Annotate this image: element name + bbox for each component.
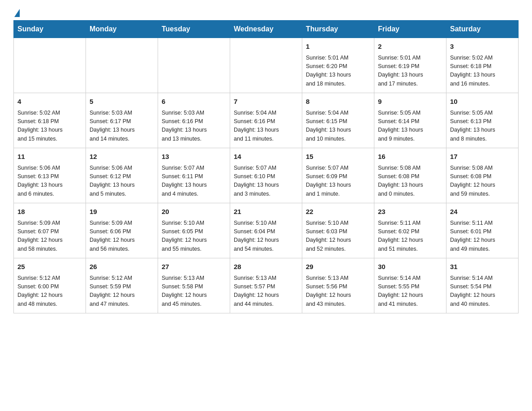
day-number: 4 [17, 97, 82, 107]
day-info: Sunrise: 5:04 AMSunset: 6:16 PMDaylight:… [234, 109, 298, 144]
col-header-monday: Monday [86, 21, 158, 38]
calendar-cell: 20Sunrise: 5:10 AMSunset: 6:05 PMDayligh… [158, 203, 230, 258]
day-info: Sunrise: 5:05 AMSunset: 6:13 PMDaylight:… [450, 109, 515, 144]
col-header-saturday: Saturday [446, 21, 519, 38]
calendar-cell: 28Sunrise: 5:13 AMSunset: 5:57 PMDayligh… [230, 258, 302, 313]
day-number: 11 [17, 152, 82, 162]
day-number: 6 [162, 97, 226, 107]
calendar-cell: 19Sunrise: 5:09 AMSunset: 6:06 PMDayligh… [86, 203, 158, 258]
calendar-week-row: 18Sunrise: 5:09 AMSunset: 6:07 PMDayligh… [14, 203, 519, 258]
calendar-week-row: 4Sunrise: 5:02 AMSunset: 6:18 PMDaylight… [14, 93, 519, 148]
day-info: Sunrise: 5:09 AMSunset: 6:06 PMDaylight:… [90, 219, 154, 254]
calendar-cell: 10Sunrise: 5:05 AMSunset: 6:13 PMDayligh… [446, 93, 519, 148]
day-info: Sunrise: 5:07 AMSunset: 6:09 PMDaylight:… [306, 164, 370, 199]
calendar-cell [86, 38, 158, 93]
calendar-cell: 3Sunrise: 5:02 AMSunset: 6:18 PMDaylight… [446, 38, 519, 93]
day-number: 19 [90, 207, 154, 217]
col-header-sunday: Sunday [14, 21, 86, 38]
day-number: 2 [378, 42, 442, 52]
calendar-cell: 24Sunrise: 5:11 AMSunset: 6:01 PMDayligh… [446, 203, 519, 258]
day-number: 31 [450, 262, 515, 272]
day-number: 26 [90, 262, 154, 272]
day-info: Sunrise: 5:10 AMSunset: 6:03 PMDaylight:… [306, 219, 370, 254]
calendar-cell: 7Sunrise: 5:04 AMSunset: 6:16 PMDaylight… [230, 93, 302, 148]
calendar-table: SundayMondayTuesdayWednesdayThursdayFrid… [13, 20, 519, 313]
day-info: Sunrise: 5:14 AMSunset: 5:55 PMDaylight:… [378, 274, 442, 309]
calendar-cell: 12Sunrise: 5:06 AMSunset: 6:12 PMDayligh… [86, 148, 158, 203]
day-info: Sunrise: 5:14 AMSunset: 5:54 PMDaylight:… [450, 274, 515, 309]
col-header-wednesday: Wednesday [230, 21, 302, 38]
day-info: Sunrise: 5:11 AMSunset: 6:02 PMDaylight:… [378, 219, 442, 254]
day-info: Sunrise: 5:08 AMSunset: 6:08 PMDaylight:… [378, 164, 442, 199]
day-number: 29 [306, 262, 370, 272]
day-info: Sunrise: 5:07 AMSunset: 6:10 PMDaylight:… [234, 164, 298, 199]
calendar-cell: 16Sunrise: 5:08 AMSunset: 6:08 PMDayligh… [374, 148, 446, 203]
calendar-cell: 29Sunrise: 5:13 AMSunset: 5:56 PMDayligh… [302, 258, 374, 313]
calendar-cell: 5Sunrise: 5:03 AMSunset: 6:17 PMDaylight… [86, 93, 158, 148]
day-number: 13 [162, 152, 226, 162]
logo-triangle-icon [14, 9, 20, 17]
day-number: 15 [306, 152, 370, 162]
day-number: 8 [306, 97, 370, 107]
day-number: 20 [162, 207, 226, 217]
calendar-cell: 4Sunrise: 5:02 AMSunset: 6:18 PMDaylight… [14, 93, 86, 148]
day-info: Sunrise: 5:04 AMSunset: 6:15 PMDaylight:… [306, 109, 370, 144]
day-number: 10 [450, 97, 515, 107]
day-info: Sunrise: 5:13 AMSunset: 5:56 PMDaylight:… [306, 274, 370, 309]
day-info: Sunrise: 5:13 AMSunset: 5:58 PMDaylight:… [162, 274, 226, 309]
day-info: Sunrise: 5:06 AMSunset: 6:12 PMDaylight:… [90, 164, 154, 199]
day-number: 25 [17, 262, 82, 272]
calendar-cell: 14Sunrise: 5:07 AMSunset: 6:10 PMDayligh… [230, 148, 302, 203]
calendar-cell: 27Sunrise: 5:13 AMSunset: 5:58 PMDayligh… [158, 258, 230, 313]
logo [13, 9, 20, 16]
day-number: 30 [378, 262, 442, 272]
calendar-week-row: 1Sunrise: 5:01 AMSunset: 6:20 PMDaylight… [14, 38, 519, 93]
calendar-cell: 15Sunrise: 5:07 AMSunset: 6:09 PMDayligh… [302, 148, 374, 203]
day-info: Sunrise: 5:06 AMSunset: 6:13 PMDaylight:… [17, 164, 82, 199]
calendar-cell [158, 38, 230, 93]
calendar-cell: 31Sunrise: 5:14 AMSunset: 5:54 PMDayligh… [446, 258, 519, 313]
day-number: 27 [162, 262, 226, 272]
calendar-cell: 1Sunrise: 5:01 AMSunset: 6:20 PMDaylight… [302, 38, 374, 93]
calendar-cell: 17Sunrise: 5:08 AMSunset: 6:08 PMDayligh… [446, 148, 519, 203]
calendar-cell: 21Sunrise: 5:10 AMSunset: 6:04 PMDayligh… [230, 203, 302, 258]
calendar-cell: 6Sunrise: 5:03 AMSunset: 6:16 PMDaylight… [158, 93, 230, 148]
day-number: 21 [234, 207, 298, 217]
calendar-cell: 13Sunrise: 5:07 AMSunset: 6:11 PMDayligh… [158, 148, 230, 203]
col-header-friday: Friday [374, 21, 446, 38]
day-number: 1 [306, 42, 370, 52]
col-header-thursday: Thursday [302, 21, 374, 38]
calendar-cell: 22Sunrise: 5:10 AMSunset: 6:03 PMDayligh… [302, 203, 374, 258]
day-info: Sunrise: 5:02 AMSunset: 6:18 PMDaylight:… [17, 109, 82, 144]
calendar-header-row: SundayMondayTuesdayWednesdayThursdayFrid… [14, 21, 519, 38]
day-info: Sunrise: 5:05 AMSunset: 6:14 PMDaylight:… [378, 109, 442, 144]
calendar-cell: 9Sunrise: 5:05 AMSunset: 6:14 PMDaylight… [374, 93, 446, 148]
day-info: Sunrise: 5:07 AMSunset: 6:11 PMDaylight:… [162, 164, 226, 199]
day-info: Sunrise: 5:03 AMSunset: 6:17 PMDaylight:… [90, 109, 154, 144]
day-info: Sunrise: 5:10 AMSunset: 6:04 PMDaylight:… [234, 219, 298, 254]
day-info: Sunrise: 5:10 AMSunset: 6:05 PMDaylight:… [162, 219, 226, 254]
calendar-week-row: 25Sunrise: 5:12 AMSunset: 6:00 PMDayligh… [14, 258, 519, 313]
day-number: 18 [17, 207, 82, 217]
day-info: Sunrise: 5:02 AMSunset: 6:18 PMDaylight:… [450, 54, 515, 89]
day-number: 9 [378, 97, 442, 107]
calendar-week-row: 11Sunrise: 5:06 AMSunset: 6:13 PMDayligh… [14, 148, 519, 203]
day-number: 7 [234, 97, 298, 107]
day-info: Sunrise: 5:03 AMSunset: 6:16 PMDaylight:… [162, 109, 226, 144]
day-info: Sunrise: 5:11 AMSunset: 6:01 PMDaylight:… [450, 219, 515, 254]
day-info: Sunrise: 5:12 AMSunset: 6:00 PMDaylight:… [17, 274, 82, 309]
day-number: 5 [90, 97, 154, 107]
day-info: Sunrise: 5:13 AMSunset: 5:57 PMDaylight:… [234, 274, 298, 309]
day-number: 23 [378, 207, 442, 217]
day-number: 14 [234, 152, 298, 162]
day-info: Sunrise: 5:01 AMSunset: 6:19 PMDaylight:… [378, 54, 442, 89]
day-number: 16 [378, 152, 442, 162]
day-number: 17 [450, 152, 515, 162]
calendar-cell: 25Sunrise: 5:12 AMSunset: 6:00 PMDayligh… [14, 258, 86, 313]
day-info: Sunrise: 5:09 AMSunset: 6:07 PMDaylight:… [17, 219, 82, 254]
calendar-cell [14, 38, 86, 93]
calendar-cell [230, 38, 302, 93]
page-header [13, 9, 519, 16]
day-info: Sunrise: 5:01 AMSunset: 6:20 PMDaylight:… [306, 54, 370, 89]
calendar-cell: 26Sunrise: 5:12 AMSunset: 5:59 PMDayligh… [86, 258, 158, 313]
